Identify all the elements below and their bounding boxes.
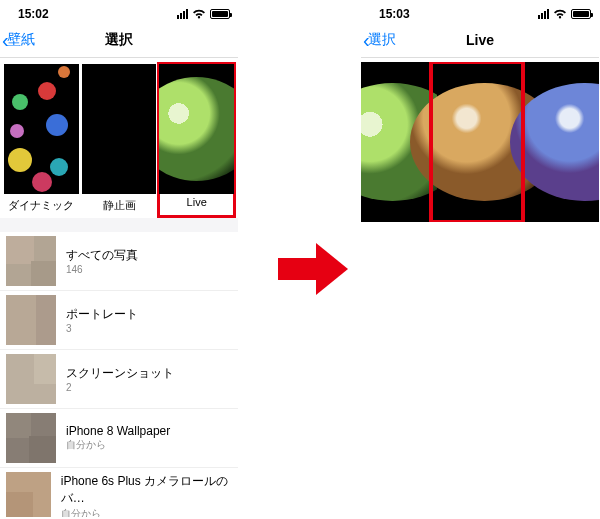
status-bar: 15:03 [361,2,599,22]
cellular-icon [177,9,188,19]
status-icons [538,9,591,19]
category-live[interactable]: Live [159,64,234,216]
category-label: 静止画 [82,198,157,213]
nav-bar: ‹ 選択 Live [361,22,599,58]
album-thumbnail [6,472,51,517]
album-row[interactable]: iPhone 8 Wallpaper 自分から [0,409,238,468]
status-bar: 15:02 [0,2,238,22]
album-name: スクリーンショット [66,365,174,382]
highlight-box [429,62,525,222]
album-name: ポートレート [66,306,138,323]
phone-left: 15:02 ‹ 壁紙 選択 ダイナミック [0,2,238,517]
album-name: iPhone 8 Wallpaper [66,424,170,438]
nav-title: 選択 [0,31,238,49]
cellular-icon [538,9,549,19]
category-dynamic[interactable]: ダイナミック [4,64,79,216]
wallpaper-item[interactable] [537,68,599,216]
album-row[interactable]: すべての写真 146 [0,232,238,291]
album-row[interactable]: スクリーンショット 2 [0,350,238,409]
thumbnail-still [82,64,157,194]
album-thumbnail [6,354,56,404]
album-count: 自分から [66,438,170,452]
phone-right: 15:03 ‹ 選択 Live [361,2,599,517]
album-count: 2 [66,382,174,393]
battery-icon [571,9,591,19]
wifi-icon [192,9,206,19]
category-label: Live [159,196,234,208]
album-count: 146 [66,264,138,275]
nav-bar: ‹ 壁紙 選択 [0,22,238,58]
wifi-icon [553,9,567,19]
albums-list: すべての写真 146 ポートレート 3 スクリーンショット 2 [0,232,238,517]
album-count: 3 [66,323,138,334]
album-name: すべての写真 [66,247,138,264]
album-row[interactable]: ポートレート 3 [0,291,238,350]
album-thumbnail [6,295,56,345]
album-thumbnail [6,236,56,286]
arrow-right-icon [278,258,316,280]
album-thumbnail [6,413,56,463]
battery-icon [210,9,230,19]
category-label: ダイナミック [4,198,79,213]
album-count: 自分から [61,507,232,517]
wallpaper-categories: ダイナミック 静止画 Live [0,58,238,218]
album-name: iPhone 6s Plus カメラロールのバ… [61,473,232,507]
nav-title: Live [361,32,599,48]
section-divider [0,218,238,232]
thumbnail-dynamic [4,64,79,194]
status-icons [177,9,230,19]
thumbnail-live [159,64,234,194]
album-row[interactable]: iPhone 6s Plus カメラロールのバ… 自分から [0,468,238,517]
live-wallpaper-carousel[interactable] [361,62,599,222]
status-time: 15:02 [18,7,49,21]
category-still[interactable]: 静止画 [82,64,157,216]
status-time: 15:03 [379,7,410,21]
